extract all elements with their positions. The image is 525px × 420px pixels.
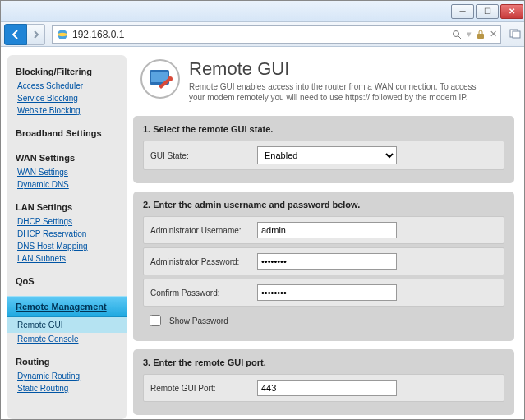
panel3-title: 3. Enter the remote GUI port. — [143, 358, 504, 367]
svg-point-1 — [58, 32, 67, 35]
panel-port: 3. Enter the remote GUI port. Remote GUI… — [133, 349, 514, 415]
svg-line-3 — [458, 36, 461, 39]
main-content: Remote GUI Remote GUI enables access int… — [133, 55, 518, 419]
label-password: Administrator Password: — [150, 257, 257, 266]
sidebar-link-dns-host-mapping[interactable]: DNS Host Mapping — [7, 240, 127, 252]
sidebar-active-link[interactable]: Remote Management — [16, 302, 118, 312]
label-username: Administrator Username: — [150, 226, 257, 235]
label-gui-state: GUI State: — [150, 151, 257, 160]
minimize-button[interactable]: ─ — [451, 4, 474, 19]
row-confirm-password: Confirm Password: — [143, 279, 504, 307]
stop-icon[interactable]: ✕ — [490, 29, 497, 39]
sidebar-head-wan: WAN Settings — [7, 148, 127, 166]
url-input[interactable] — [72, 29, 452, 40]
page-header: Remote GUI Remote GUI enables access int… — [133, 55, 514, 106]
lock-icon — [477, 30, 485, 39]
row-show-password: Show Password — [143, 310, 504, 331]
sidebar-sub-remote-console-link[interactable]: Remote Console — [17, 335, 78, 344]
sidebar-link-lan-subnets[interactable]: LAN Subnets — [7, 252, 127, 265]
toolbar-extras — [509, 29, 521, 40]
tab-icon[interactable] — [509, 29, 521, 40]
sidebar-link-dhcp-settings[interactable]: DHCP Settings — [7, 215, 127, 228]
input-port[interactable] — [257, 380, 397, 396]
close-button[interactable]: ✕ — [500, 4, 523, 19]
browser-chrome: ─ ☐ ✕ ▾ ✕ — [1, 1, 524, 47]
sidebar-sub-remote-console[interactable]: Remote Console — [7, 333, 127, 345]
back-button[interactable] — [4, 24, 27, 45]
address-bar-right: ▾ ✕ — [452, 29, 497, 39]
sidebar-head-broadband: Broadband Settings — [7, 123, 127, 141]
sidebar-link-dhcp-reservation[interactable]: DHCP Reservation — [7, 228, 127, 240]
sidebar-head-qos: QoS — [7, 271, 127, 289]
panel1-title: 1. Select the remote GUI state. — [143, 124, 504, 134]
sidebar-link-access-scheduler[interactable]: Access Scheduler — [7, 80, 127, 92]
window-titlebar: ─ ☐ ✕ — [1, 1, 524, 22]
sidebar-link-website-blocking[interactable]: Website Blocking — [7, 104, 127, 117]
address-bar[interactable]: ▾ ✕ — [52, 25, 501, 44]
sidebar-link-dynamic-dns[interactable]: Dynamic DNS — [7, 178, 127, 191]
row-port: Remote GUI Port: — [143, 374, 504, 402]
page-description: Remote GUI enables access into the route… — [189, 81, 485, 103]
page-title: Remote GUI — [189, 58, 485, 80]
sidebar-link-dynamic-routing[interactable]: Dynamic Routing — [7, 370, 127, 382]
sidebar-link-static-routing[interactable]: Static Routing — [7, 382, 127, 395]
arrow-right-icon — [32, 30, 40, 39]
input-username[interactable] — [257, 222, 397, 238]
row-gui-state: GUI State: Enabled — [143, 141, 504, 170]
sidebar: Blocking/Filtering Access Scheduler Serv… — [7, 55, 127, 419]
sidebar-link-wan-settings[interactable]: WAN Settings — [7, 166, 127, 178]
page-body: Blocking/Filtering Access Scheduler Serv… — [1, 47, 524, 419]
svg-point-2 — [454, 30, 459, 36]
maximize-button[interactable]: ☐ — [476, 4, 499, 19]
sidebar-link-service-blocking[interactable]: Service Blocking — [7, 92, 127, 104]
ie-page-icon — [56, 28, 69, 41]
svg-rect-11 — [151, 72, 168, 82]
sidebar-sub-remote-gui-link[interactable]: Remote GUI — [17, 321, 63, 330]
forward-button[interactable] — [27, 24, 45, 45]
svg-rect-6 — [513, 31, 520, 38]
input-password[interactable] — [257, 253, 397, 270]
panel-credentials: 2. Enter the admin username and password… — [133, 192, 514, 341]
remote-gui-icon — [140, 58, 181, 99]
sidebar-head-routing: Routing — [7, 352, 127, 370]
sidebar-sub-remote-gui[interactable]: Remote GUI — [7, 317, 127, 333]
panel2-title: 2. Enter the admin username and password… — [143, 200, 504, 210]
svg-rect-4 — [477, 34, 484, 39]
checkbox-show-password[interactable] — [150, 315, 161, 326]
input-confirm-password[interactable] — [257, 284, 397, 301]
svg-point-12 — [168, 76, 173, 81]
label-confirm-password: Confirm Password: — [150, 288, 257, 298]
arrow-left-icon — [10, 29, 21, 40]
search-icon[interactable] — [452, 30, 462, 39]
row-password: Administrator Password: — [143, 247, 504, 275]
panel-gui-state: 1. Select the remote GUI state. GUI Stat… — [133, 116, 514, 183]
browser-toolbar: ▾ ✕ — [1, 22, 524, 47]
sidebar-head-lan: LAN Settings — [7, 197, 127, 215]
row-username: Administrator Username: — [143, 216, 504, 244]
sidebar-active-remote-management[interactable]: Remote Management — [7, 296, 127, 317]
label-show-password: Show Password — [169, 316, 228, 325]
select-gui-state[interactable]: Enabled — [257, 146, 397, 164]
sidebar-head-blocking: Blocking/Filtering — [7, 62, 127, 80]
label-port: Remote GUI Port: — [150, 384, 257, 393]
